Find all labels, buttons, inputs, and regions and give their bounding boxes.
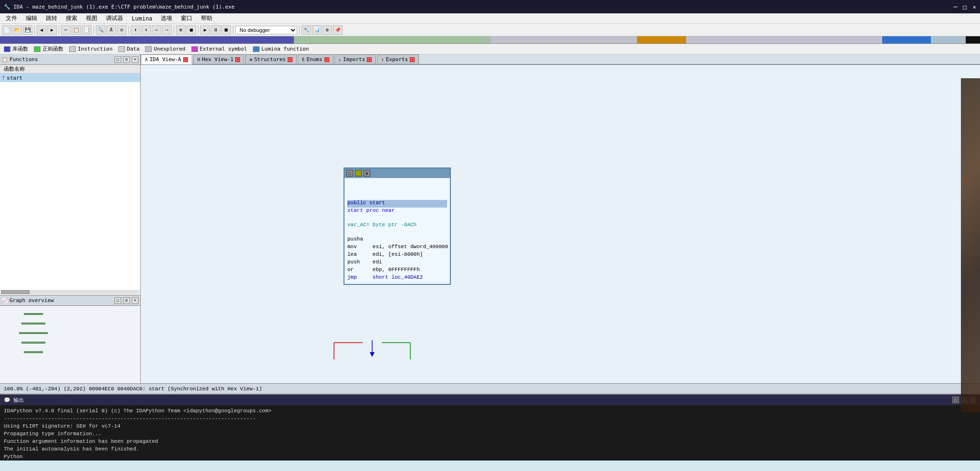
functions-col-header: 函数名称	[0, 65, 140, 73]
toolbar-new[interactable]: 📄	[2, 25, 11, 35]
toolbar-btn5[interactable]: 📑	[82, 25, 92, 35]
debugger-combo[interactable]: No debugger	[235, 26, 297, 34]
functions-list[interactable]: f start	[0, 73, 140, 289]
disasm-tb-btn1[interactable]: □	[346, 170, 353, 177]
functions-panel-minimize[interactable]: □	[115, 56, 121, 63]
disasm-or: or ebp, 0FFFFFFFFh	[347, 267, 420, 274]
output-python-prompt: Python	[4, 453, 976, 461]
tab-exports[interactable]: ↑ Exports ×	[377, 54, 419, 64]
right-panel: A IDA View-A × H Hex View-1 × ⊞ Structur…	[141, 54, 980, 383]
disasm-line-proc: start proc near	[347, 208, 447, 215]
disasm-titlebar[interactable]: □ _ ⊞	[344, 168, 450, 178]
output-header: 💬 输出 □ ⊡ ×	[0, 395, 980, 405]
legend-data: Data	[118, 46, 140, 52]
toolbar-btn17[interactable]: 📌	[333, 25, 343, 35]
menu-lumina[interactable]: Lumina	[128, 14, 156, 23]
menu-view[interactable]: 视图	[82, 13, 101, 23]
functions-panel-title: Functions	[10, 56, 38, 63]
ida-view[interactable]: □ _ ⊞ public start start proc near	[141, 65, 980, 383]
menu-search[interactable]: 搜索	[62, 13, 81, 23]
output-content[interactable]: IDAPython v7.4.0 final (serial 0) (c) Th…	[0, 405, 980, 461]
functions-panel-float[interactable]: ⊡	[123, 56, 130, 63]
functions-panel: 📋 Functions □ ⊡ × 函数名称 f start	[0, 54, 140, 295]
menu-file[interactable]: 文件	[2, 13, 21, 23]
graph-overview-panel: 📈 Graph overview □ ⊡ ×	[0, 295, 140, 383]
graph-panel-close[interactable]: ×	[132, 297, 138, 304]
toolbar-open[interactable]: 📂	[12, 25, 22, 35]
menu-debugger[interactable]: 调试器	[102, 13, 127, 23]
menu-options[interactable]: 选项	[157, 13, 176, 23]
graph-node-2	[21, 323, 45, 324]
toolbar-fwd[interactable]: ▶	[47, 25, 57, 35]
toolbar-btn14[interactable]: 🔧	[302, 25, 311, 35]
toolbar-btn8[interactable]: ⬆	[131, 25, 140, 35]
function-row-start[interactable]: f start	[0, 73, 140, 82]
toolbar-btn9[interactable]: ⬇	[141, 25, 151, 35]
tab-imports[interactable]: ↓ Imports ×	[334, 54, 376, 64]
tab-ida-view-a-label: IDA View-A	[149, 56, 181, 63]
navmap-black	[966, 36, 980, 43]
functions-scrollbar[interactable]	[1, 290, 139, 294]
toolbar-save[interactable]: 💾	[23, 25, 32, 35]
tab-enums-close[interactable]: ×	[324, 57, 329, 62]
toolbar-pause[interactable]: ⏸	[211, 25, 220, 35]
output-header-left: 💬 输出	[4, 397, 24, 404]
toolbar-back[interactable]: ◀	[37, 25, 46, 35]
disasm-lea: lea edi, [esi-8000h]	[347, 251, 423, 259]
titlebar-title: 🔧 IDA - maze_behind_junk (1).exe E:\CTF …	[4, 4, 235, 10]
navigation-map[interactable]	[0, 36, 980, 44]
toolbar-btn15[interactable]: 📊	[312, 25, 322, 35]
graph-panel-minimize[interactable]: □	[115, 297, 121, 304]
minimize-btn[interactable]: ─	[954, 3, 958, 10]
tab-exports-close[interactable]: ×	[410, 57, 415, 62]
toolbar-btn3[interactable]: ✂	[61, 25, 71, 35]
menu-jump[interactable]: 跳转	[42, 13, 61, 23]
toolbar-btn12[interactable]: ⊕	[176, 25, 186, 35]
toolbar-btn10[interactable]: ⇦	[152, 25, 161, 35]
tab-hex-view-close[interactable]: ×	[235, 57, 240, 62]
toolbar-btn11[interactable]: ⇨	[162, 25, 172, 35]
tab-hex-view[interactable]: H Hex View-1 ×	[193, 54, 245, 64]
graph-icon: 📈	[2, 298, 8, 303]
toolbar-btn6[interactable]: A	[106, 25, 116, 35]
maximize-btn[interactable]: □	[963, 3, 967, 10]
toolbar-btn13[interactable]: ■	[187, 25, 196, 35]
toolbar-search[interactable]: 🔍	[96, 25, 105, 35]
toolbar-btn16[interactable]: ⚙	[323, 25, 332, 35]
disasm-line-empty1	[347, 180, 447, 187]
tab-imports-close[interactable]: ×	[367, 57, 372, 62]
functions-scroll-thumb[interactable]	[1, 290, 30, 294]
disasm-tb-btn3[interactable]: ⊞	[364, 170, 370, 177]
graph-panel-float[interactable]: ⊡	[123, 297, 130, 304]
tab-ida-view-a-close[interactable]: ×	[183, 57, 188, 62]
tab-structures-close[interactable]: ×	[288, 57, 292, 62]
menu-help[interactable]: 帮助	[197, 13, 216, 23]
graph-node-4	[21, 342, 45, 344]
toolbar-stop[interactable]: ⏹	[221, 25, 231, 35]
legend-instruction-label: Instruction	[78, 46, 113, 52]
legend-data-box	[118, 46, 125, 52]
function-name: start	[7, 75, 22, 81]
graph-content[interactable]	[0, 306, 140, 383]
navmap-reg	[294, 36, 490, 43]
tab-exports-label: Exports	[386, 56, 408, 63]
toolbar-run[interactable]: ▶	[200, 25, 210, 35]
disasm-line-push: push edi	[347, 259, 447, 267]
output-minimize[interactable]: □	[952, 397, 959, 403]
tab-enums[interactable]: E Enums ×	[298, 54, 334, 64]
toolbar-btn4[interactable]: 📋	[72, 25, 81, 35]
tab-structures[interactable]: ⊞ Structures ×	[245, 54, 297, 64]
toolbar-btn7[interactable]: ⊙	[117, 25, 126, 35]
graph-panel-controls: □ ⊡ ×	[115, 297, 138, 304]
close-btn[interactable]: ×	[972, 3, 976, 10]
tab-ida-view-a[interactable]: A IDA View-A ×	[141, 54, 192, 64]
menu-edit[interactable]: 编辑	[22, 13, 41, 23]
menu-window[interactable]: 窗口	[177, 13, 196, 23]
disasm-tb-btn2[interactable]: _	[355, 170, 362, 177]
functions-panel-close[interactable]: ×	[132, 56, 138, 63]
flow-arrows	[324, 340, 420, 369]
flow-svg	[324, 340, 420, 364]
navmap-lib	[0, 36, 294, 43]
toolbar-sep2	[59, 26, 59, 34]
toolbar-sep5	[174, 26, 174, 34]
